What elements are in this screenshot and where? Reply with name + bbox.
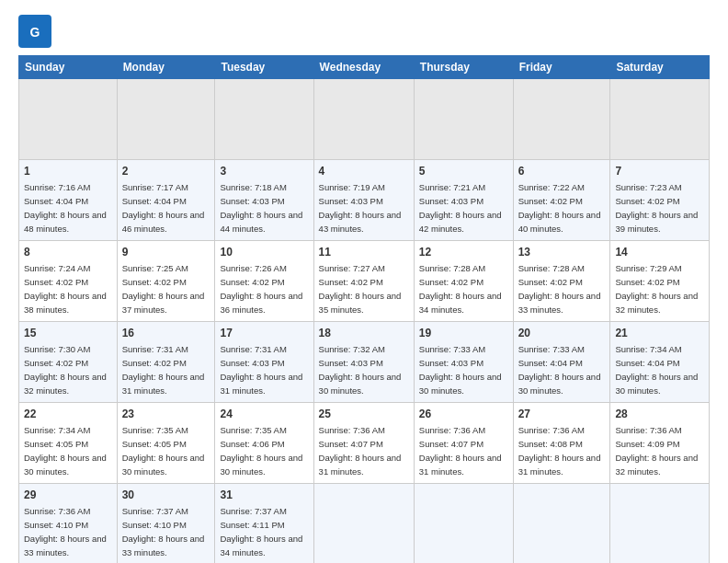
day-number: 18 <box>319 326 409 340</box>
day-number: 3 <box>220 164 308 178</box>
weekday-header-wednesday: Wednesday <box>313 56 414 79</box>
calendar-cell: 23Sunrise: 7:35 AMSunset: 4:05 PMDayligh… <box>117 403 215 484</box>
day-info: Sunrise: 7:25 AMSunset: 4:02 PMDaylight:… <box>122 263 205 314</box>
calendar-table: SundayMondayTuesdayWednesdayThursdayFrid… <box>18 55 710 563</box>
day-number: 9 <box>122 245 210 259</box>
day-info: Sunrise: 7:35 AMSunset: 4:05 PMDaylight:… <box>122 425 205 476</box>
day-number: 2 <box>122 164 210 178</box>
calendar-cell: 24Sunrise: 7:35 AMSunset: 4:06 PMDayligh… <box>215 403 313 484</box>
day-info: Sunrise: 7:34 AMSunset: 4:04 PMDaylight:… <box>615 344 698 395</box>
calendar-cell: 28Sunrise: 7:36 AMSunset: 4:09 PMDayligh… <box>610 403 710 484</box>
day-info: Sunrise: 7:36 AMSunset: 4:07 PMDaylight:… <box>419 425 502 476</box>
calendar-cell: 29Sunrise: 7:36 AMSunset: 4:10 PMDayligh… <box>19 484 118 564</box>
day-info: Sunrise: 7:36 AMSunset: 4:09 PMDaylight:… <box>615 425 698 476</box>
calendar-cell: 12Sunrise: 7:28 AMSunset: 4:02 PMDayligh… <box>414 241 513 322</box>
calendar-cell <box>313 79 414 160</box>
calendar-cell <box>414 484 513 564</box>
day-info: Sunrise: 7:33 AMSunset: 4:03 PMDaylight:… <box>419 344 502 395</box>
calendar-cell: 10Sunrise: 7:26 AMSunset: 4:02 PMDayligh… <box>215 241 313 322</box>
calendar-cell <box>610 79 710 160</box>
calendar-cell: 16Sunrise: 7:31 AMSunset: 4:02 PMDayligh… <box>117 322 215 403</box>
day-info: Sunrise: 7:37 AMSunset: 4:10 PMDaylight:… <box>122 506 205 557</box>
day-number: 30 <box>122 488 210 502</box>
day-number: 27 <box>518 407 606 421</box>
day-info: Sunrise: 7:28 AMSunset: 4:02 PMDaylight:… <box>419 263 502 314</box>
day-number: 12 <box>419 245 508 259</box>
day-number: 28 <box>615 407 704 421</box>
day-info: Sunrise: 7:28 AMSunset: 4:02 PMDaylight:… <box>518 263 601 314</box>
day-number: 20 <box>518 326 606 340</box>
day-number: 31 <box>220 488 308 502</box>
day-info: Sunrise: 7:16 AMSunset: 4:04 PMDaylight:… <box>24 182 107 233</box>
day-number: 8 <box>24 245 112 259</box>
day-info: Sunrise: 7:22 AMSunset: 4:02 PMDaylight:… <box>518 182 601 233</box>
calendar-page: G SundayMondayTuesdayWednesdayThursdayFr… <box>0 0 728 563</box>
calendar-cell <box>215 79 313 160</box>
day-info: Sunrise: 7:17 AMSunset: 4:04 PMDaylight:… <box>122 182 205 233</box>
calendar-header-row: SundayMondayTuesdayWednesdayThursdayFrid… <box>19 56 710 79</box>
day-number: 14 <box>615 245 704 259</box>
calendar-cell <box>117 79 215 160</box>
calendar-week-row: 22Sunrise: 7:34 AMSunset: 4:05 PMDayligh… <box>19 403 710 484</box>
day-number: 16 <box>122 326 210 340</box>
day-number: 25 <box>319 407 409 421</box>
day-number: 21 <box>615 326 704 340</box>
weekday-header-thursday: Thursday <box>414 56 513 79</box>
logo: G <box>18 15 53 48</box>
weekday-header-monday: Monday <box>117 56 215 79</box>
calendar-cell: 1Sunrise: 7:16 AMSunset: 4:04 PMDaylight… <box>19 160 118 241</box>
calendar-cell: 3Sunrise: 7:18 AMSunset: 4:03 PMDaylight… <box>215 160 313 241</box>
day-info: Sunrise: 7:36 AMSunset: 4:07 PMDaylight:… <box>319 425 402 476</box>
weekday-header-tuesday: Tuesday <box>215 56 313 79</box>
day-info: Sunrise: 7:36 AMSunset: 4:10 PMDaylight:… <box>24 506 107 557</box>
calendar-cell: 18Sunrise: 7:32 AMSunset: 4:03 PMDayligh… <box>313 322 414 403</box>
day-info: Sunrise: 7:19 AMSunset: 4:03 PMDaylight:… <box>319 182 402 233</box>
calendar-week-row: 8Sunrise: 7:24 AMSunset: 4:02 PMDaylight… <box>19 241 710 322</box>
day-info: Sunrise: 7:32 AMSunset: 4:03 PMDaylight:… <box>319 344 402 395</box>
calendar-cell: 17Sunrise: 7:31 AMSunset: 4:03 PMDayligh… <box>215 322 313 403</box>
day-number: 23 <box>122 407 210 421</box>
day-info: Sunrise: 7:26 AMSunset: 4:02 PMDaylight:… <box>220 263 302 314</box>
page-header: G <box>18 15 710 48</box>
calendar-cell: 15Sunrise: 7:30 AMSunset: 4:02 PMDayligh… <box>19 322 118 403</box>
day-number: 7 <box>615 164 704 178</box>
calendar-cell: 27Sunrise: 7:36 AMSunset: 4:08 PMDayligh… <box>513 403 610 484</box>
day-info: Sunrise: 7:31 AMSunset: 4:03 PMDaylight:… <box>220 344 302 395</box>
calendar-cell: 4Sunrise: 7:19 AMSunset: 4:03 PMDaylight… <box>313 160 414 241</box>
calendar-week-row: 1Sunrise: 7:16 AMSunset: 4:04 PMDaylight… <box>19 160 710 241</box>
day-info: Sunrise: 7:30 AMSunset: 4:02 PMDaylight:… <box>24 344 107 395</box>
day-info: Sunrise: 7:21 AMSunset: 4:03 PMDaylight:… <box>419 182 502 233</box>
calendar-cell: 8Sunrise: 7:24 AMSunset: 4:02 PMDaylight… <box>19 241 118 322</box>
calendar-week-row: 15Sunrise: 7:30 AMSunset: 4:02 PMDayligh… <box>19 322 710 403</box>
calendar-cell <box>513 484 610 564</box>
weekday-header-friday: Friday <box>513 56 610 79</box>
calendar-cell <box>313 484 414 564</box>
calendar-cell: 5Sunrise: 7:21 AMSunset: 4:03 PMDaylight… <box>414 160 513 241</box>
calendar-cell: 2Sunrise: 7:17 AMSunset: 4:04 PMDaylight… <box>117 160 215 241</box>
calendar-cell: 21Sunrise: 7:34 AMSunset: 4:04 PMDayligh… <box>610 322 710 403</box>
weekday-header-sunday: Sunday <box>19 56 118 79</box>
calendar-cell <box>513 79 610 160</box>
day-number: 13 <box>518 245 606 259</box>
calendar-cell <box>610 484 710 564</box>
svg-text:G: G <box>30 25 40 40</box>
day-info: Sunrise: 7:18 AMSunset: 4:03 PMDaylight:… <box>220 182 302 233</box>
calendar-cell: 22Sunrise: 7:34 AMSunset: 4:05 PMDayligh… <box>19 403 118 484</box>
day-number: 15 <box>24 326 112 340</box>
day-info: Sunrise: 7:27 AMSunset: 4:02 PMDaylight:… <box>319 263 402 314</box>
calendar-cell: 11Sunrise: 7:27 AMSunset: 4:02 PMDayligh… <box>313 241 414 322</box>
day-number: 4 <box>319 164 409 178</box>
calendar-week-row: 29Sunrise: 7:36 AMSunset: 4:10 PMDayligh… <box>19 484 710 564</box>
day-info: Sunrise: 7:34 AMSunset: 4:05 PMDaylight:… <box>24 425 107 476</box>
calendar-cell: 26Sunrise: 7:36 AMSunset: 4:07 PMDayligh… <box>414 403 513 484</box>
calendar-cell: 19Sunrise: 7:33 AMSunset: 4:03 PMDayligh… <box>414 322 513 403</box>
day-number: 24 <box>220 407 308 421</box>
calendar-cell: 13Sunrise: 7:28 AMSunset: 4:02 PMDayligh… <box>513 241 610 322</box>
day-info: Sunrise: 7:24 AMSunset: 4:02 PMDaylight:… <box>24 263 107 314</box>
day-number: 11 <box>319 245 409 259</box>
logo-icon: G <box>18 15 51 48</box>
calendar-week-row <box>19 79 710 160</box>
day-info: Sunrise: 7:23 AMSunset: 4:02 PMDaylight:… <box>615 182 698 233</box>
day-number: 1 <box>24 164 112 178</box>
day-number: 6 <box>518 164 606 178</box>
